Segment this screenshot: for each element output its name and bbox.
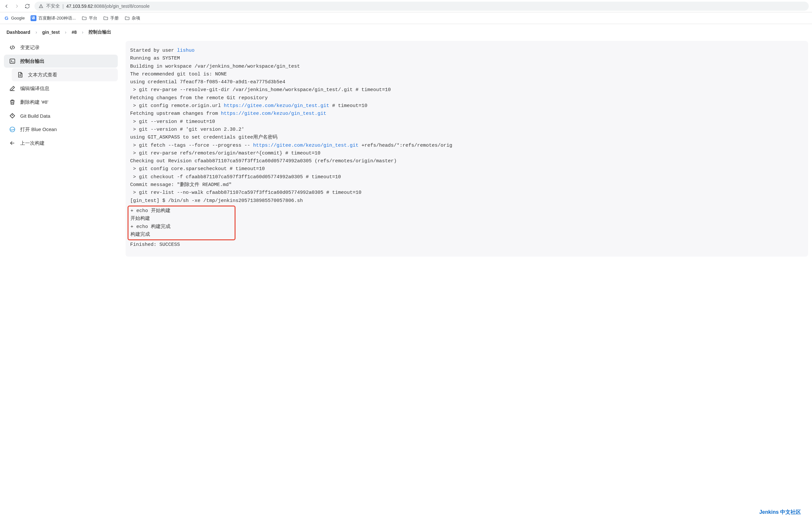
bookmarks-bar: G Google 译 百度翻译-200种语... 平台 手册 杂项 bbox=[0, 12, 812, 24]
back-nav-icon[interactable] bbox=[3, 3, 10, 9]
breadcrumb-build[interactable]: #8 bbox=[69, 28, 79, 36]
svg-rect-0 bbox=[10, 59, 15, 63]
folder-icon bbox=[124, 16, 130, 21]
sidebar-item-delete-build[interactable]: 删除构建 '#8' bbox=[4, 96, 118, 109]
user-link[interactable]: lishuo bbox=[177, 48, 195, 53]
repo-link[interactable]: https://gitee.com/kezuo/gin_test.git bbox=[224, 103, 329, 109]
sidebar-item-changes[interactable]: 变更记录 bbox=[4, 41, 118, 54]
trash-icon bbox=[9, 99, 16, 105]
reload-icon[interactable] bbox=[24, 3, 31, 9]
repo-link[interactable]: https://gitee.com/kezuo/gin_test.git bbox=[253, 143, 358, 148]
sidebar-item-label: 控制台输出 bbox=[20, 58, 45, 64]
sidebar-item-label: 删除构建 '#8' bbox=[20, 99, 49, 105]
breadcrumb-console[interactable]: 控制台输出 bbox=[86, 28, 114, 36]
sidebar-item-label: 变更记录 bbox=[20, 44, 40, 51]
edit-icon bbox=[9, 85, 16, 92]
google-icon: G bbox=[4, 16, 9, 21]
bookmark-google[interactable]: G Google bbox=[4, 16, 25, 21]
console-output-panel: Started by user lishuo Running as SYSTEM… bbox=[125, 41, 808, 256]
changes-icon bbox=[9, 44, 16, 51]
sidebar-item-label: 打开 Blue Ocean bbox=[20, 126, 57, 133]
url-text: 47.103.59.62:8088/job/gin_test/8/console bbox=[66, 4, 150, 9]
document-icon bbox=[17, 71, 23, 78]
sidebar-item-git-data[interactable]: Git Build Data bbox=[4, 109, 118, 122]
sidebar-item-blue-ocean[interactable]: 打开 Blue Ocean bbox=[4, 123, 118, 136]
bookmark-translate[interactable]: 译 百度翻译-200种语... bbox=[31, 15, 76, 21]
sidebar: 变更记录 控制台输出 文本方式查看 编辑编译信息 删除构建 '#8' Git B… bbox=[4, 41, 118, 150]
repo-link[interactable]: https://gitee.com/kezuo/gin_test.git bbox=[221, 111, 326, 116]
sidebar-item-console[interactable]: 控制台输出 bbox=[4, 55, 118, 68]
insecure-icon bbox=[38, 4, 44, 9]
sidebar-item-edit-build[interactable]: 编辑编译信息 bbox=[4, 82, 118, 95]
sidebar-item-label: 上一次构建 bbox=[20, 140, 45, 146]
insecure-label: 不安全 bbox=[46, 3, 60, 9]
chevron-right-icon: › bbox=[34, 30, 38, 35]
breadcrumb-dashboard[interactable]: Dashboard bbox=[4, 28, 33, 36]
forward-nav-icon[interactable] bbox=[14, 3, 20, 9]
sidebar-item-label: 文本方式查看 bbox=[28, 72, 57, 78]
bookmark-platform[interactable]: 平台 bbox=[82, 15, 97, 21]
bookmark-manual[interactable]: 手册 bbox=[103, 15, 119, 21]
browser-toolbar: 不安全 | 47.103.59.62:8088/job/gin_test/8/c… bbox=[0, 0, 812, 12]
sidebar-item-plaintext[interactable]: 文本方式查看 bbox=[12, 68, 118, 81]
folder-icon bbox=[82, 16, 87, 21]
breadcrumb-job[interactable]: gin_test bbox=[40, 28, 62, 36]
console-icon bbox=[9, 58, 16, 64]
git-icon bbox=[9, 113, 16, 119]
translate-icon: 译 bbox=[31, 15, 36, 21]
folder-icon bbox=[103, 16, 108, 21]
highlighted-output: + echo 开始构建 开始构建 + echo 构建完成 构建完成 bbox=[127, 206, 235, 240]
console-output[interactable]: Started by user lishuo Running as SYSTEM… bbox=[125, 47, 808, 249]
svg-point-1 bbox=[10, 127, 15, 132]
bookmark-misc[interactable]: 杂项 bbox=[124, 15, 140, 21]
sidebar-item-label: Git Build Data bbox=[20, 113, 51, 119]
arrow-left-icon bbox=[9, 140, 16, 146]
address-bar[interactable]: 不安全 | 47.103.59.62:8088/job/gin_test/8/c… bbox=[34, 2, 809, 11]
sidebar-item-previous-build[interactable]: 上一次构建 bbox=[4, 136, 118, 150]
blue-ocean-icon bbox=[9, 126, 16, 133]
breadcrumb: Dashboard › gin_test › #8 › 控制台输出 bbox=[0, 24, 812, 41]
chevron-right-icon: › bbox=[63, 30, 68, 35]
chevron-right-icon: › bbox=[81, 30, 85, 35]
url-separator: | bbox=[62, 4, 64, 9]
sidebar-item-label: 编辑编译信息 bbox=[20, 86, 50, 92]
